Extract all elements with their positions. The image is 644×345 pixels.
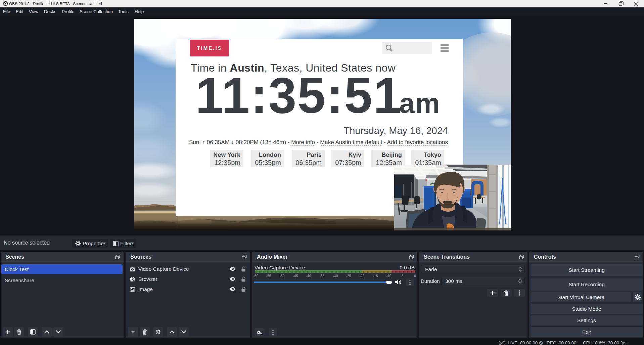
svg-text:-45: -45 xyxy=(293,274,298,278)
svg-text:-20: -20 xyxy=(360,274,365,278)
svg-text:-55: -55 xyxy=(266,274,271,278)
svg-text:-25: -25 xyxy=(346,274,351,278)
svg-text:-40: -40 xyxy=(306,274,311,278)
svg-text:-5: -5 xyxy=(401,274,404,278)
svg-text:-15: -15 xyxy=(373,274,378,278)
svg-text:-35: -35 xyxy=(320,274,325,278)
svg-text:0: 0 xyxy=(414,274,416,278)
svg-text:-10: -10 xyxy=(386,274,392,278)
svg-text:-60: -60 xyxy=(254,274,259,278)
svg-text:-50: -50 xyxy=(280,274,285,278)
svg-text:-30: -30 xyxy=(333,274,338,278)
